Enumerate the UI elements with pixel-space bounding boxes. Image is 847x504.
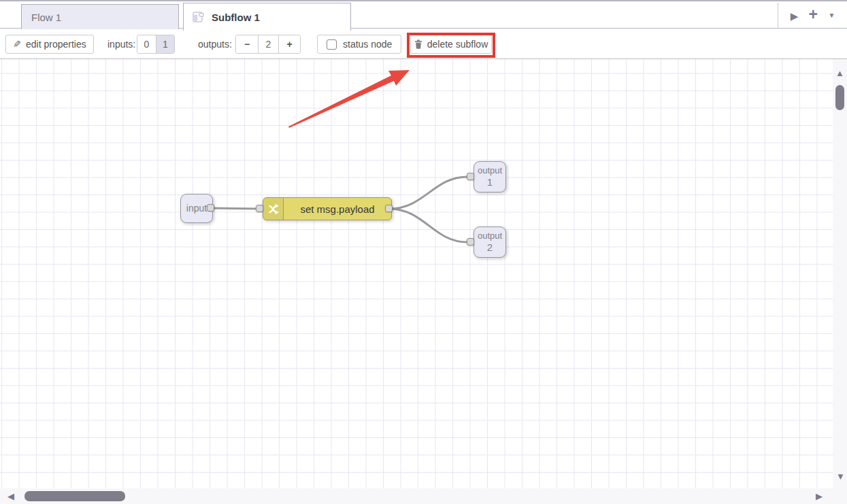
edit-properties-button[interactable]: ✎ edit properties [5, 35, 94, 54]
change-node-input-port[interactable] [256, 205, 263, 212]
outputs-decrease-button[interactable]: − [236, 35, 258, 53]
output-node-1-input-port[interactable] [467, 173, 474, 180]
wire-input-to-change [210, 208, 260, 209]
status-node-label: status node [343, 39, 392, 50]
output-node-1-label: output [478, 166, 502, 176]
change-shuffle-icon [267, 203, 279, 215]
output-node-1[interactable]: output 1 [474, 161, 506, 192]
output-node-2-input-port[interactable] [467, 238, 474, 246]
output-node-1-number: 1 [487, 176, 493, 188]
change-icon-box [263, 198, 284, 220]
vertical-scrollbar[interactable]: ▲ ▼ [833, 59, 847, 504]
horizontal-scrollbar[interactable]: ◀ ▶ [0, 488, 833, 504]
change-node-output-port[interactable] [385, 205, 393, 212]
scroll-right-icon[interactable]: ▶ [816, 492, 823, 501]
tab-subflow-1-label: Subflow 1 [212, 12, 260, 23]
tab-flow-1-label: Flow 1 [31, 12, 61, 23]
outputs-spinner-group: − 2 + [235, 35, 301, 54]
inputs-option-1[interactable]: 1 [156, 35, 174, 53]
wire-change-to-output1 [389, 177, 467, 209]
scroll-down-icon[interactable]: ▼ [836, 472, 845, 481]
node-red-editor: Flow 1 Subflow 1 ▶ + ▼ ✎ edit propert [0, 0, 847, 504]
delete-subflow-button[interactable]: delete subflow [410, 35, 492, 54]
output-node-2-label: output [478, 231, 502, 241]
chevron-down-icon[interactable]: ▼ [828, 12, 835, 19]
inputs-toggle-group: 0 1 [137, 35, 175, 54]
vertical-scrollbar-thumb[interactable] [835, 85, 844, 110]
outputs-label: outputs: [198, 35, 232, 54]
scroll-left-icon[interactable]: ◀ [7, 492, 14, 501]
input-node-output-port[interactable] [207, 204, 214, 212]
outputs-value[interactable]: 2 [258, 35, 278, 53]
flow-canvas[interactable]: input set msg.payload output 1 [0, 59, 833, 488]
change-node[interactable]: set msg.payload [263, 197, 392, 220]
annotation-arrow [288, 70, 410, 128]
output-node-2-number: 2 [487, 241, 493, 253]
inputs-option-0[interactable]: 0 [137, 35, 156, 53]
tab-flow-1[interactable]: Flow 1 [21, 4, 179, 30]
change-node-label: set msg.payload [284, 203, 391, 215]
edit-properties-label: edit properties [26, 39, 86, 50]
wire-change-to-output2 [389, 209, 467, 242]
horizontal-scrollbar-thumb[interactable] [24, 491, 125, 501]
subflow-toolbar: ✎ edit properties inputs: 0 1 outputs: −… [0, 29, 847, 59]
tab-bar-controls: ▶ + ▼ [778, 3, 847, 29]
input-node-label: input [186, 203, 207, 214]
trash-icon [414, 39, 422, 49]
delete-subflow-label: delete subflow [427, 39, 488, 50]
add-flow-icon[interactable]: + [809, 7, 818, 22]
status-node-toggle[interactable]: status node [317, 35, 401, 54]
workspace-tab-bar: Flow 1 Subflow 1 ▶ + ▼ [0, 0, 847, 29]
subflow-icon [192, 10, 205, 24]
next-tab-icon[interactable]: ▶ [791, 11, 799, 21]
output-node-2[interactable]: output 2 [474, 226, 506, 258]
tab-subflow-1[interactable]: Subflow 1 [183, 3, 351, 31]
pencil-icon: ✎ [13, 39, 21, 50]
status-node-checkbox[interactable] [327, 39, 337, 50]
outputs-increase-button[interactable]: + [278, 35, 300, 53]
inputs-label: inputs: [107, 35, 135, 54]
scroll-up-icon[interactable]: ▲ [835, 69, 844, 78]
